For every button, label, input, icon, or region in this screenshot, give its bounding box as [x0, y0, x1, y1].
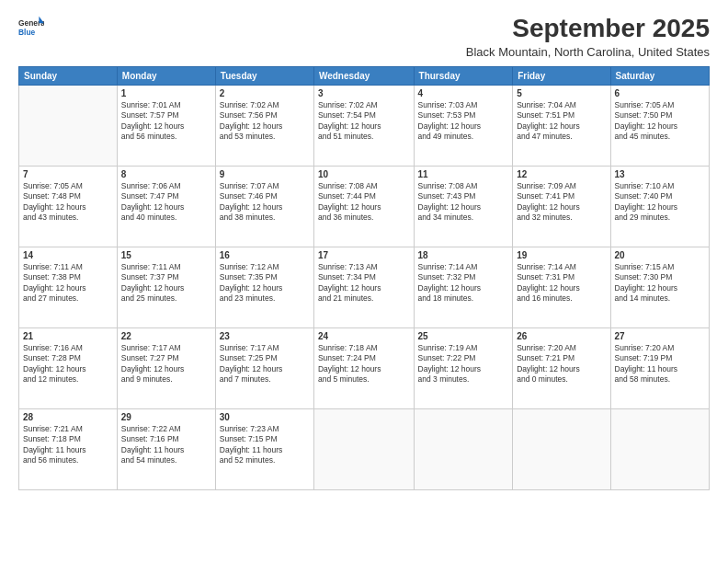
- day-info: Sunrise: 7:23 AM Sunset: 7:15 PM Dayligh…: [220, 424, 310, 466]
- day-number: 23: [220, 331, 310, 341]
- header: General Blue September 2025 Black Mounta…: [18, 15, 710, 59]
- table-row: [313, 408, 414, 489]
- day-info: Sunrise: 7:02 AM Sunset: 7:54 PM Dayligh…: [318, 100, 410, 143]
- day-number: 24: [318, 331, 410, 341]
- day-number: 22: [121, 331, 211, 341]
- month-title: September 2025: [466, 15, 710, 43]
- table-row: 9Sunrise: 7:07 AM Sunset: 7:46 PM Daylig…: [215, 166, 313, 247]
- table-row: 24Sunrise: 7:18 AM Sunset: 7:24 PM Dayli…: [313, 327, 414, 408]
- col-sunday: Sunday: [19, 66, 118, 85]
- table-row: 3Sunrise: 7:02 AM Sunset: 7:54 PM Daylig…: [313, 85, 414, 166]
- day-number: 12: [517, 169, 606, 179]
- day-number: 14: [23, 250, 113, 260]
- day-number: 27: [615, 331, 705, 341]
- day-number: 19: [517, 250, 606, 260]
- table-row: 18Sunrise: 7:14 AM Sunset: 7:32 PM Dayli…: [414, 247, 513, 327]
- day-info: Sunrise: 7:09 AM Sunset: 7:41 PM Dayligh…: [517, 181, 606, 224]
- day-info: Sunrise: 7:20 AM Sunset: 7:19 PM Dayligh…: [615, 343, 705, 385]
- table-row: [513, 408, 610, 489]
- title-block: September 2025 Black Mountain, North Car…: [466, 15, 710, 59]
- day-info: Sunrise: 7:11 AM Sunset: 7:37 PM Dayligh…: [121, 262, 211, 304]
- calendar-header-row: Sunday Monday Tuesday Wednesday Thursday…: [19, 66, 710, 85]
- day-number: 8: [121, 169, 211, 179]
- table-row: 5Sunrise: 7:04 AM Sunset: 7:51 PM Daylig…: [513, 85, 610, 166]
- table-row: 19Sunrise: 7:14 AM Sunset: 7:31 PM Dayli…: [513, 247, 610, 327]
- day-info: Sunrise: 7:08 AM Sunset: 7:43 PM Dayligh…: [418, 181, 509, 224]
- day-number: 13: [615, 169, 705, 179]
- calendar-week-row: 7Sunrise: 7:05 AM Sunset: 7:48 PM Daylig…: [19, 166, 710, 247]
- calendar-week-row: 28Sunrise: 7:21 AM Sunset: 7:18 PM Dayli…: [19, 408, 710, 489]
- day-number: 20: [615, 250, 705, 260]
- day-number: 21: [23, 331, 113, 341]
- day-info: Sunrise: 7:03 AM Sunset: 7:53 PM Dayligh…: [418, 100, 509, 143]
- table-row: 25Sunrise: 7:19 AM Sunset: 7:22 PM Dayli…: [414, 327, 513, 408]
- table-row: [610, 408, 709, 489]
- day-info: Sunrise: 7:20 AM Sunset: 7:21 PM Dayligh…: [517, 343, 606, 385]
- day-info: Sunrise: 7:05 AM Sunset: 7:50 PM Dayligh…: [615, 100, 705, 143]
- table-row: 2Sunrise: 7:02 AM Sunset: 7:56 PM Daylig…: [215, 85, 313, 166]
- day-info: Sunrise: 7:01 AM Sunset: 7:57 PM Dayligh…: [121, 100, 211, 143]
- table-row: 6Sunrise: 7:05 AM Sunset: 7:50 PM Daylig…: [610, 85, 709, 166]
- logo: General Blue: [18, 15, 44, 40]
- table-row: 28Sunrise: 7:21 AM Sunset: 7:18 PM Dayli…: [19, 408, 118, 489]
- table-row: 17Sunrise: 7:13 AM Sunset: 7:34 PM Dayli…: [313, 247, 414, 327]
- day-info: Sunrise: 7:05 AM Sunset: 7:48 PM Dayligh…: [23, 181, 113, 224]
- table-row: 29Sunrise: 7:22 AM Sunset: 7:16 PM Dayli…: [117, 408, 215, 489]
- day-info: Sunrise: 7:10 AM Sunset: 7:40 PM Dayligh…: [615, 181, 705, 224]
- col-wednesday: Wednesday: [313, 66, 414, 85]
- table-row: 4Sunrise: 7:03 AM Sunset: 7:53 PM Daylig…: [414, 85, 513, 166]
- calendar-week-row: 21Sunrise: 7:16 AM Sunset: 7:28 PM Dayli…: [19, 327, 710, 408]
- table-row: 16Sunrise: 7:12 AM Sunset: 7:35 PM Dayli…: [215, 247, 313, 327]
- table-row: 1Sunrise: 7:01 AM Sunset: 7:57 PM Daylig…: [117, 85, 215, 166]
- day-number: 25: [418, 331, 509, 341]
- day-info: Sunrise: 7:12 AM Sunset: 7:35 PM Dayligh…: [220, 262, 310, 304]
- table-row: 10Sunrise: 7:08 AM Sunset: 7:44 PM Dayli…: [313, 166, 414, 247]
- day-number: 30: [220, 412, 310, 422]
- col-thursday: Thursday: [414, 66, 513, 85]
- logo-icon: General Blue: [18, 15, 44, 40]
- day-number: 6: [615, 88, 705, 98]
- day-number: 2: [220, 88, 310, 98]
- table-row: 11Sunrise: 7:08 AM Sunset: 7:43 PM Dayli…: [414, 166, 513, 247]
- day-number: 7: [23, 169, 113, 179]
- table-row: 8Sunrise: 7:06 AM Sunset: 7:47 PM Daylig…: [117, 166, 215, 247]
- day-number: 18: [418, 250, 509, 260]
- col-saturday: Saturday: [610, 66, 709, 85]
- col-friday: Friday: [513, 66, 610, 85]
- day-info: Sunrise: 7:17 AM Sunset: 7:27 PM Dayligh…: [121, 343, 211, 385]
- day-info: Sunrise: 7:08 AM Sunset: 7:44 PM Dayligh…: [318, 181, 410, 224]
- day-info: Sunrise: 7:18 AM Sunset: 7:24 PM Dayligh…: [318, 343, 410, 385]
- table-row: 21Sunrise: 7:16 AM Sunset: 7:28 PM Dayli…: [19, 327, 118, 408]
- day-info: Sunrise: 7:07 AM Sunset: 7:46 PM Dayligh…: [220, 181, 310, 224]
- day-info: Sunrise: 7:06 AM Sunset: 7:47 PM Dayligh…: [121, 181, 211, 224]
- table-row: 27Sunrise: 7:20 AM Sunset: 7:19 PM Dayli…: [610, 327, 709, 408]
- day-info: Sunrise: 7:22 AM Sunset: 7:16 PM Dayligh…: [121, 424, 211, 466]
- table-row: 7Sunrise: 7:05 AM Sunset: 7:48 PM Daylig…: [19, 166, 118, 247]
- table-row: 30Sunrise: 7:23 AM Sunset: 7:15 PM Dayli…: [215, 408, 313, 489]
- page: General Blue September 2025 Black Mounta…: [0, 0, 728, 563]
- day-info: Sunrise: 7:15 AM Sunset: 7:30 PM Dayligh…: [615, 262, 705, 304]
- table-row: 13Sunrise: 7:10 AM Sunset: 7:40 PM Dayli…: [610, 166, 709, 247]
- table-row: 23Sunrise: 7:17 AM Sunset: 7:25 PM Dayli…: [215, 327, 313, 408]
- day-info: Sunrise: 7:14 AM Sunset: 7:32 PM Dayligh…: [418, 262, 509, 304]
- day-number: 16: [220, 250, 310, 260]
- col-tuesday: Tuesday: [215, 66, 313, 85]
- day-info: Sunrise: 7:19 AM Sunset: 7:22 PM Dayligh…: [418, 343, 509, 385]
- table-row: 12Sunrise: 7:09 AM Sunset: 7:41 PM Dayli…: [513, 166, 610, 247]
- day-number: 1: [121, 88, 211, 98]
- table-row: [414, 408, 513, 489]
- day-number: 10: [318, 169, 410, 179]
- day-number: 26: [517, 331, 606, 341]
- table-row: 14Sunrise: 7:11 AM Sunset: 7:38 PM Dayli…: [19, 247, 118, 327]
- day-number: 3: [318, 88, 410, 98]
- col-monday: Monday: [117, 66, 215, 85]
- table-row: 20Sunrise: 7:15 AM Sunset: 7:30 PM Dayli…: [610, 247, 709, 327]
- calendar-week-row: 1Sunrise: 7:01 AM Sunset: 7:57 PM Daylig…: [19, 85, 710, 166]
- day-number: 5: [517, 88, 606, 98]
- day-info: Sunrise: 7:16 AM Sunset: 7:28 PM Dayligh…: [23, 343, 113, 385]
- day-info: Sunrise: 7:04 AM Sunset: 7:51 PM Dayligh…: [517, 100, 606, 143]
- day-number: 4: [418, 88, 509, 98]
- day-info: Sunrise: 7:11 AM Sunset: 7:38 PM Dayligh…: [23, 262, 113, 304]
- day-number: 11: [418, 169, 509, 179]
- table-row: 22Sunrise: 7:17 AM Sunset: 7:27 PM Dayli…: [117, 327, 215, 408]
